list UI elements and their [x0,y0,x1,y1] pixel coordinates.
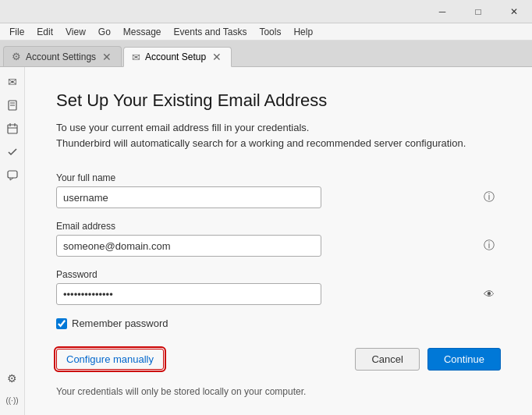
tab-account-setup-close[interactable]: ✕ [211,51,223,63]
footer-text: Your credentials will only be stored loc… [56,386,501,397]
email-input-wrapper: ⓘ [56,235,501,257]
menu-edit[interactable]: Edit [30,25,59,39]
password-label: Password [56,269,501,280]
remember-password-row: Remember password [56,317,501,329]
sidebar: ✉ ⚙ ((·)) [0,67,25,415]
menu-tools[interactable]: Tools [253,25,287,39]
subtitle-line2: Thunderbird will automatically search fo… [56,137,466,149]
subtitle-line1: To use your current email address fill i… [56,122,309,133]
tab-account-settings[interactable]: ⚙ Account Settings ✕ [3,46,122,66]
configure-manually-button[interactable]: Configure manually [56,349,164,370]
maximize-button[interactable]: □ [460,0,496,23]
sidebar-item-radio[interactable]: ((·)) [4,392,21,409]
account-setup-tab-icon: ✉ [132,51,140,63]
sidebar-item-chat[interactable] [4,167,21,184]
tab-account-setup[interactable]: ✉ Account Setup ✕ [123,47,232,67]
email-group: Email address ⓘ [56,221,501,257]
menu-message[interactable]: Message [117,25,168,39]
menu-go[interactable]: Go [92,25,117,39]
email-label: Email address [56,221,501,232]
menu-file[interactable]: File [3,25,30,39]
sidebar-item-settings[interactable]: ⚙ [4,370,21,387]
menu-view[interactable]: View [59,25,92,39]
remember-password-checkbox[interactable] [56,318,67,329]
action-row: Configure manually Cancel Continue [56,348,501,371]
menu-help[interactable]: Help [287,25,319,39]
email-info-icon[interactable]: ⓘ [484,239,495,253]
content-area: Set Up Your Existing Email Address To us… [25,67,532,415]
fullname-info-icon[interactable]: ⓘ [484,190,495,204]
continue-button[interactable]: Continue [427,348,501,371]
page-subtitle: To use your current email address fill i… [56,120,501,151]
sidebar-item-address-book[interactable] [4,97,21,114]
account-settings-tab-icon: ⚙ [12,51,21,62]
svg-rect-7 [8,171,17,178]
main-layout: ✉ ⚙ ((·)) Set Up Your Existing Email Add… [0,67,532,415]
fullname-label: Your full name [56,172,501,183]
title-bar: ─ □ ✕ [0,0,532,23]
fullname-group: Your full name ⓘ [56,172,501,208]
sidebar-bottom: ⚙ ((·)) [4,370,21,415]
title-bar-controls: ─ □ ✕ [424,0,532,23]
sidebar-item-email[interactable]: ✉ [4,73,21,90]
menu-bar: File Edit View Go Message Events and Tas… [0,23,532,41]
fullname-input-wrapper: ⓘ [56,186,501,208]
close-window-button[interactable]: ✕ [496,0,532,23]
password-input[interactable] [56,283,321,305]
tab-account-settings-close[interactable]: ✕ [101,51,113,63]
svg-rect-3 [8,125,17,133]
minimize-button[interactable]: ─ [424,0,460,23]
cancel-button[interactable]: Cancel [355,348,419,371]
password-input-wrapper: 👁 [56,283,501,305]
password-toggle-icon[interactable]: 👁 [484,288,495,300]
fullname-input[interactable] [56,186,321,208]
tab-account-settings-label: Account Settings [26,51,96,62]
tab-bar: ⚙ Account Settings ✕ ✉ Account Setup ✕ [0,41,532,67]
password-group: Password 👁 [56,269,501,305]
tab-account-setup-label: Account Setup [145,51,206,62]
remember-password-label: Remember password [72,317,168,329]
email-input[interactable] [56,235,321,257]
sidebar-item-calendar[interactable] [4,120,21,137]
sidebar-item-tasks[interactable] [4,144,21,161]
menu-events-tasks[interactable]: Events and Tasks [168,25,254,39]
page-title: Set Up Your Existing Email Address [56,90,501,111]
